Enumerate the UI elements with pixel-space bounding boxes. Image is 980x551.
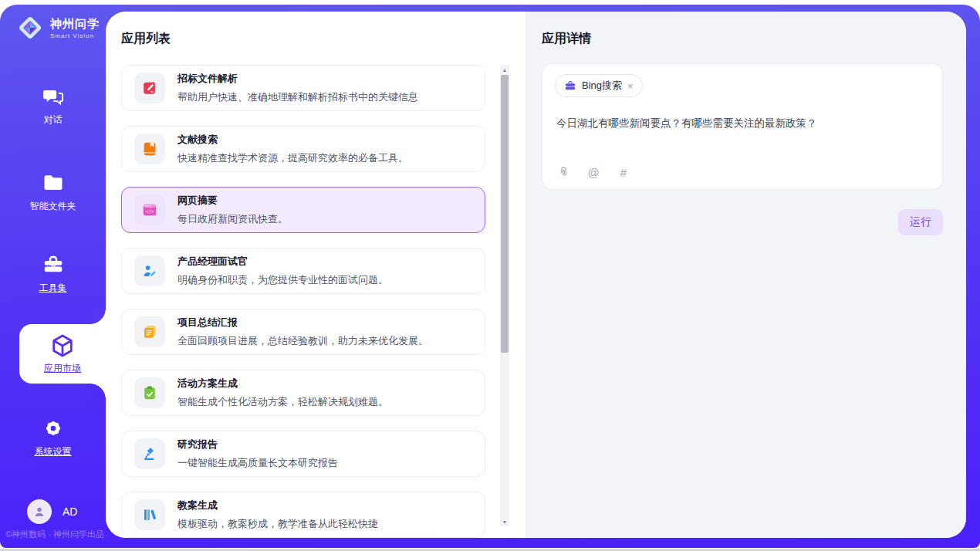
toolbox-icon bbox=[42, 253, 65, 276]
app-card[interactable]: 招标文件解析帮助用户快速、准确地理解和解析招标书中的关键信息 bbox=[121, 65, 485, 111]
purple-frame: 神州问学 Smart Vision 对话智能文件夹工具集应用市场系统设置 AD … bbox=[0, 5, 980, 548]
app-card-desc: 全面回顾项目进展，总结经验教训，助力未来优化发展。 bbox=[177, 334, 428, 348]
book-icon bbox=[141, 140, 158, 157]
app-card-name: 教案生成 bbox=[177, 499, 378, 512]
avatar[interactable] bbox=[27, 499, 52, 524]
scrollbar-thumb[interactable] bbox=[501, 75, 509, 353]
person-writing-icon bbox=[141, 262, 158, 279]
app-card-name: 项目总结汇报 bbox=[177, 316, 428, 330]
app-card[interactable]: </>网页摘要每日政府新闻资讯快查。 bbox=[121, 187, 485, 233]
app-icon-tile bbox=[134, 377, 165, 408]
app-card-desc: 快速精准查找学术资源，提高研究效率的必备工具。 bbox=[177, 151, 408, 165]
sidebar-item-5[interactable]: 系统设置 bbox=[0, 417, 106, 458]
scrollbar-up-arrow[interactable]: ▲ bbox=[500, 65, 509, 74]
run-button[interactable]: 运行 bbox=[898, 209, 943, 235]
app-card[interactable]: 文献搜索快速精准查找学术资源，提高研究效率的必备工具。 bbox=[121, 126, 485, 172]
app-icon-tile bbox=[134, 499, 165, 530]
app-card[interactable]: 产品经理面试官明确身份和职责，为您提供专业性的面试问题。 bbox=[121, 248, 485, 294]
sidebar-item-1[interactable]: 对话 bbox=[0, 85, 106, 127]
app-card[interactable]: 研究报告一键智能生成高质量长文本研究报告 bbox=[121, 431, 485, 477]
gem-diamond-icon bbox=[15, 13, 45, 42]
content-area: 应用列表 招标文件解析帮助用户快速、准确地理解和解析招标书中的关键信息文献搜索快… bbox=[106, 12, 966, 538]
app-card-name: 文献搜索 bbox=[177, 133, 408, 147]
app-list-title: 应用列表 bbox=[121, 31, 171, 47]
app-icon-tile bbox=[134, 73, 165, 103]
scrollbar-down-arrow[interactable]: ▼ bbox=[500, 517, 509, 526]
app-card[interactable]: 教案生成模板驱动，教案秒成，教学准备从此轻松快捷 bbox=[121, 492, 485, 538]
mention-icon[interactable]: @ bbox=[586, 165, 600, 179]
brand-logo: 神州问学 Smart Vision bbox=[15, 13, 100, 42]
app-card-texts: 研究报告一键智能生成高质量长文本研究报告 bbox=[177, 438, 338, 470]
app-card-list: 招标文件解析帮助用户快速、准确地理解和解析招标书中的关键信息文献搜索快速精准查找… bbox=[121, 65, 485, 538]
svg-text:</>: </> bbox=[146, 208, 154, 214]
notes-stack-icon bbox=[141, 323, 158, 340]
app-card-desc: 智能生成个性化活动方案，轻松解决规划难题。 bbox=[177, 395, 388, 409]
hash-icon[interactable]: # bbox=[617, 165, 630, 179]
sidebar-item-label: 系统设置 bbox=[35, 445, 72, 458]
brand-name: 神州问学 bbox=[50, 17, 100, 32]
app-icon-tile bbox=[134, 255, 165, 286]
app-icon-tile bbox=[134, 438, 165, 469]
tool-tag-close-icon[interactable]: × bbox=[627, 81, 634, 91]
app-detail-title: 应用详情 bbox=[542, 31, 591, 47]
app-card-desc: 模板驱动，教案秒成，教学准备从此轻松快捷 bbox=[177, 517, 378, 531]
app-icon-tile bbox=[134, 134, 165, 164]
app-card-texts: 项目总结汇报全面回顾项目进展，总结经验教训，助力未来优化发展。 bbox=[177, 316, 428, 348]
sidebar-item-label: 智能文件夹 bbox=[30, 200, 76, 213]
books-icon bbox=[141, 506, 158, 523]
app-card[interactable]: 活动方案生成智能生成个性化活动方案，轻松解决规划难题。 bbox=[121, 370, 485, 416]
browser-code-icon: </> bbox=[141, 201, 158, 218]
scrollbar[interactable]: ▲ ▼ bbox=[500, 65, 509, 526]
edit-document-icon bbox=[141, 79, 158, 96]
app-card-name: 产品经理面试官 bbox=[177, 255, 388, 269]
sidebar-item-label: 工具集 bbox=[39, 282, 67, 295]
app-card-desc: 帮助用户快速、准确地理解和解析招标书中的关键信息 bbox=[177, 90, 418, 104]
blob-corner-bottom bbox=[90, 384, 106, 399]
app-card-desc: 明确身份和职责，为您提供专业性的面试问题。 bbox=[177, 273, 388, 287]
app-card-texts: 教案生成模板驱动，教案秒成，教学准备从此轻松快捷 bbox=[177, 499, 378, 531]
sidebar-item-2[interactable]: 智能文件夹 bbox=[0, 171, 106, 213]
briefcase-icon bbox=[564, 79, 576, 92]
paperclip-icon[interactable] bbox=[556, 165, 570, 179]
app-icon-tile bbox=[134, 316, 165, 347]
tool-tag-bing[interactable]: Bing搜索 × bbox=[555, 74, 643, 97]
sidebar: 神州问学 Smart Vision 对话智能文件夹工具集应用市场系统设置 AD … bbox=[0, 5, 106, 548]
user-account[interactable]: AD bbox=[27, 499, 77, 524]
app-card-desc: 一键智能生成高质量长文本研究报告 bbox=[177, 456, 338, 470]
app-card-texts: 产品经理面试官明确身份和职责，为您提供专业性的面试问题。 bbox=[177, 255, 388, 287]
user-name: AD bbox=[63, 505, 77, 518]
app-card-name: 网页摘要 bbox=[177, 194, 288, 208]
brand-subtitle: Smart Vision bbox=[50, 32, 100, 39]
app-card-desc: 每日政府新闻资讯快查。 bbox=[177, 212, 288, 226]
app-list-panel: 应用列表 招标文件解析帮助用户快速、准确地理解和解析招标书中的关键信息文献搜索快… bbox=[106, 12, 525, 538]
cube-icon bbox=[49, 333, 76, 359]
app-card[interactable]: 项目总结汇报全面回顾项目进展，总结经验教训，助力未来优化发展。 bbox=[121, 309, 485, 355]
sidebar-item-label: 对话 bbox=[44, 113, 63, 127]
clipboard-check-icon bbox=[141, 384, 158, 401]
app-detail-panel: 应用详情 Bing搜索 × 今日湖北有哪些新闻要点？ bbox=[525, 12, 966, 538]
app-card-texts: 网页摘要每日政府新闻资讯快查。 bbox=[177, 194, 288, 226]
app-card-texts: 文献搜索快速精准查找学术资源，提高研究效率的必备工具。 bbox=[177, 133, 408, 165]
copyright-text: ©神州数码 · 神州问学出品 bbox=[5, 529, 104, 540]
app-card-name: 活动方案生成 bbox=[177, 377, 388, 390]
sidebar-item-3[interactable]: 工具集 bbox=[0, 253, 106, 295]
prompt-card[interactable]: Bing搜索 × 今日湖北有哪些新闻要点？有哪些需要关注的最新政策？ @# bbox=[542, 63, 943, 190]
sidebar-item-label: 应用市场 bbox=[44, 362, 81, 375]
prompt-text[interactable]: 今日湖北有哪些新闻要点？有哪些需要关注的最新政策？ bbox=[556, 117, 930, 130]
sidebar-item-4-active[interactable]: 应用市场 bbox=[19, 324, 106, 384]
app-icon-tile: </> bbox=[134, 194, 165, 225]
app-card-texts: 招标文件解析帮助用户快速、准确地理解和解析招标书中的关键信息 bbox=[177, 72, 418, 104]
app-card-name: 研究报告 bbox=[177, 438, 338, 451]
app-card-name: 招标文件解析 bbox=[177, 72, 418, 86]
microscope-icon bbox=[141, 445, 158, 462]
blob-corner-top bbox=[90, 309, 106, 324]
person-icon bbox=[32, 505, 46, 519]
app-card-texts: 活动方案生成智能生成个性化活动方案，轻松解决规划难题。 bbox=[177, 377, 388, 409]
tool-tag-label: Bing搜索 bbox=[582, 79, 622, 93]
gear-icon bbox=[42, 417, 65, 440]
folder-icon bbox=[42, 171, 65, 194]
prompt-toolbar: @# bbox=[556, 165, 630, 179]
chat-icon bbox=[42, 85, 65, 108]
app-window: 神州问学 Smart Vision 对话智能文件夹工具集应用市场系统设置 AD … bbox=[0, 0, 980, 551]
